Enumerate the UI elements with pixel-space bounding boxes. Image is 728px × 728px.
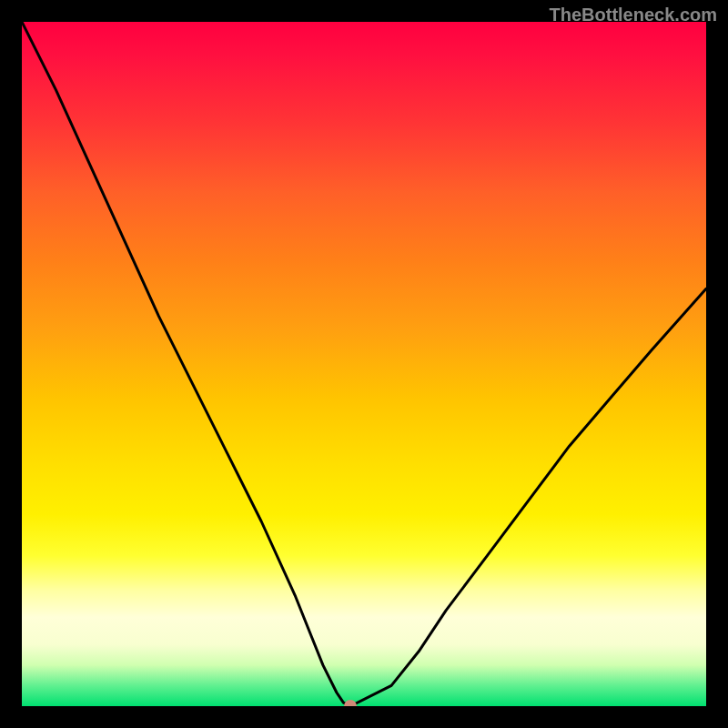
bottleneck-curve: [22, 22, 706, 706]
watermark-text: TheBottleneck.com: [550, 5, 717, 25]
chart-plot-area: [22, 22, 706, 706]
optimum-marker: [344, 700, 357, 706]
